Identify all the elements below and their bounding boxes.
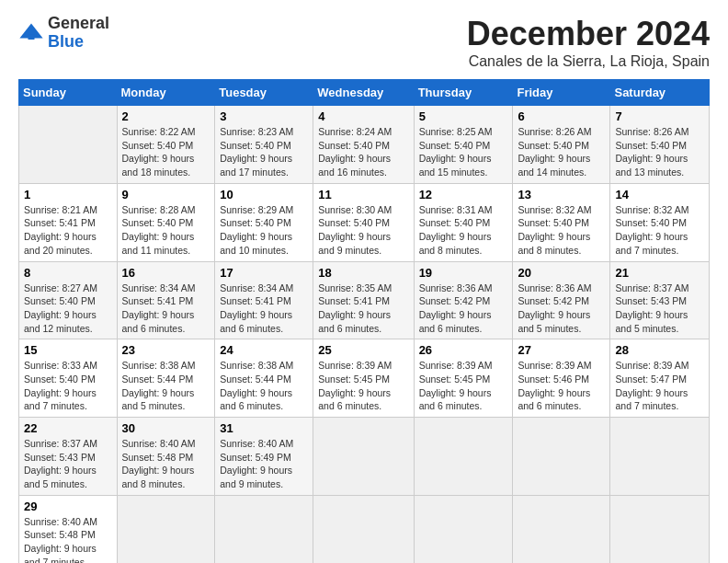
table-row: 29 Sunrise: 8:40 AM Sunset: 5:48 PM Dayl… — [19, 495, 710, 563]
table-cell — [19, 106, 118, 184]
day-number: 3 — [220, 109, 308, 123]
table-cell — [610, 418, 710, 496]
day-info: Sunrise: 8:39 AM Sunset: 5:45 PM Dayligh… — [318, 359, 408, 413]
table-cell: 10 Sunrise: 8:29 AM Sunset: 5:40 PM Dayl… — [215, 183, 313, 261]
day-info: Sunrise: 8:37 AM Sunset: 5:43 PM Dayligh… — [24, 437, 112, 491]
table-cell: 9 Sunrise: 8:28 AM Sunset: 5:40 PM Dayli… — [117, 183, 215, 261]
table-cell: 18 Sunrise: 8:35 AM Sunset: 5:41 PM Dayl… — [313, 261, 414, 339]
col-tuesday: Tuesday — [215, 80, 313, 106]
day-number: 23 — [122, 343, 210, 357]
table-row: 15 Sunrise: 8:33 AM Sunset: 5:40 PM Dayl… — [19, 339, 710, 418]
day-info: Sunrise: 8:32 AM Sunset: 5:40 PM Dayligh… — [518, 203, 605, 258]
table-cell: 4 Sunrise: 8:24 AM Sunset: 5:40 PM Dayli… — [313, 106, 414, 184]
col-saturday: Saturday — [610, 80, 710, 106]
table-cell: 14 Sunrise: 8:32 AM Sunset: 5:40 PM Dayl… — [610, 183, 710, 261]
table-cell — [313, 495, 414, 563]
day-info: Sunrise: 8:34 AM Sunset: 5:41 PM Dayligh… — [122, 282, 210, 336]
logo-icon — [18, 20, 44, 46]
header: General Blue December 2024 Canales de la… — [18, 15, 710, 70]
svg-rect-1 — [28, 34, 35, 40]
day-number: 29 — [24, 500, 112, 513]
col-monday: Monday — [117, 80, 215, 106]
table-row: 8 Sunrise: 8:27 AM Sunset: 5:40 PM Dayli… — [19, 261, 710, 339]
table-cell: 12 Sunrise: 8:31 AM Sunset: 5:40 PM Dayl… — [414, 183, 513, 261]
table-cell: 17 Sunrise: 8:34 AM Sunset: 5:41 PM Dayl… — [215, 261, 313, 339]
day-number: 26 — [419, 343, 508, 357]
table-row: 2 Sunrise: 8:22 AM Sunset: 5:40 PM Dayli… — [19, 106, 710, 184]
day-number: 20 — [518, 266, 605, 280]
table-row: 1 Sunrise: 8:21 AM Sunset: 5:41 PM Dayli… — [19, 183, 710, 261]
day-number: 27 — [518, 343, 605, 357]
day-info: Sunrise: 8:40 AM Sunset: 5:48 PM Dayligh… — [24, 515, 112, 563]
table-cell: 19 Sunrise: 8:36 AM Sunset: 5:42 PM Dayl… — [414, 261, 513, 339]
day-info: Sunrise: 8:21 AM Sunset: 5:41 PM Dayligh… — [24, 203, 112, 258]
table-cell — [117, 495, 215, 563]
table-row: 22 Sunrise: 8:37 AM Sunset: 5:43 PM Dayl… — [19, 418, 710, 496]
day-info: Sunrise: 8:26 AM Sunset: 5:40 PM Dayligh… — [518, 125, 605, 179]
day-number: 21 — [615, 266, 704, 280]
table-cell: 16 Sunrise: 8:34 AM Sunset: 5:41 PM Dayl… — [117, 261, 215, 339]
table-cell: 31 Sunrise: 8:40 AM Sunset: 5:49 PM Dayl… — [215, 418, 313, 496]
table-cell: 30 Sunrise: 8:40 AM Sunset: 5:48 PM Dayl… — [117, 418, 215, 496]
table-cell: 5 Sunrise: 8:25 AM Sunset: 5:40 PM Dayli… — [414, 106, 513, 184]
day-number: 28 — [615, 343, 704, 357]
col-wednesday: Wednesday — [313, 80, 414, 106]
calendar-subtitle: Canales de la Sierra, La Rioja, Spain — [467, 53, 710, 70]
day-info: Sunrise: 8:40 AM Sunset: 5:48 PM Dayligh… — [122, 437, 210, 491]
table-cell — [513, 418, 610, 496]
day-info: Sunrise: 8:28 AM Sunset: 5:40 PM Dayligh… — [122, 203, 210, 258]
day-info: Sunrise: 8:36 AM Sunset: 5:42 PM Dayligh… — [518, 282, 605, 336]
day-number: 5 — [419, 109, 508, 123]
logo: General Blue — [18, 15, 109, 52]
table-cell: 22 Sunrise: 8:37 AM Sunset: 5:43 PM Dayl… — [19, 418, 118, 496]
day-number: 10 — [220, 188, 308, 201]
calendar-table: Sunday Monday Tuesday Wednesday Thursday… — [18, 79, 710, 563]
day-number: 19 — [419, 266, 508, 280]
day-info: Sunrise: 8:31 AM Sunset: 5:40 PM Dayligh… — [419, 203, 508, 258]
table-cell: 23 Sunrise: 8:38 AM Sunset: 5:44 PM Dayl… — [117, 339, 215, 418]
table-cell: 24 Sunrise: 8:38 AM Sunset: 5:44 PM Dayl… — [215, 339, 313, 418]
day-number: 17 — [220, 266, 308, 280]
day-number: 18 — [318, 266, 408, 280]
logo-blue: Blue — [48, 32, 84, 51]
day-number: 15 — [24, 343, 112, 357]
table-cell: 11 Sunrise: 8:30 AM Sunset: 5:40 PM Dayl… — [313, 183, 414, 261]
day-info: Sunrise: 8:40 AM Sunset: 5:49 PM Dayligh… — [220, 437, 308, 491]
table-cell: 26 Sunrise: 8:39 AM Sunset: 5:45 PM Dayl… — [414, 339, 513, 418]
day-number: 9 — [122, 188, 210, 201]
day-info: Sunrise: 8:22 AM Sunset: 5:40 PM Dayligh… — [122, 125, 210, 179]
day-number: 14 — [615, 188, 704, 201]
table-cell — [313, 418, 414, 496]
table-cell — [414, 418, 513, 496]
day-info: Sunrise: 8:36 AM Sunset: 5:42 PM Dayligh… — [419, 282, 508, 336]
day-number: 12 — [419, 188, 508, 201]
table-cell: 20 Sunrise: 8:36 AM Sunset: 5:42 PM Dayl… — [513, 261, 610, 339]
table-cell — [215, 495, 313, 563]
day-info: Sunrise: 8:23 AM Sunset: 5:40 PM Dayligh… — [220, 125, 308, 179]
day-info: Sunrise: 8:39 AM Sunset: 5:45 PM Dayligh… — [419, 359, 508, 413]
day-info: Sunrise: 8:32 AM Sunset: 5:40 PM Dayligh… — [615, 203, 704, 258]
title-area: December 2024 Canales de la Sierra, La R… — [467, 15, 710, 70]
table-cell: 29 Sunrise: 8:40 AM Sunset: 5:48 PM Dayl… — [19, 495, 118, 563]
day-number: 1 — [24, 188, 112, 201]
day-number: 4 — [318, 109, 408, 123]
col-thursday: Thursday — [414, 80, 513, 106]
table-cell: 1 Sunrise: 8:21 AM Sunset: 5:41 PM Dayli… — [19, 183, 118, 261]
table-cell: 15 Sunrise: 8:33 AM Sunset: 5:40 PM Dayl… — [19, 339, 118, 418]
day-info: Sunrise: 8:33 AM Sunset: 5:40 PM Dayligh… — [24, 359, 112, 413]
day-number: 11 — [318, 188, 408, 201]
day-info: Sunrise: 8:38 AM Sunset: 5:44 PM Dayligh… — [220, 359, 308, 413]
day-info: Sunrise: 8:26 AM Sunset: 5:40 PM Dayligh… — [615, 125, 704, 179]
day-number: 2 — [122, 109, 210, 123]
col-friday: Friday — [513, 80, 610, 106]
day-info: Sunrise: 8:34 AM Sunset: 5:41 PM Dayligh… — [220, 282, 308, 336]
table-cell: 13 Sunrise: 8:32 AM Sunset: 5:40 PM Dayl… — [513, 183, 610, 261]
day-info: Sunrise: 8:39 AM Sunset: 5:47 PM Dayligh… — [615, 359, 704, 413]
day-number: 25 — [318, 343, 408, 357]
table-cell — [610, 495, 710, 563]
table-cell: 3 Sunrise: 8:23 AM Sunset: 5:40 PM Dayli… — [215, 106, 313, 184]
day-number: 13 — [518, 188, 605, 201]
table-cell: 2 Sunrise: 8:22 AM Sunset: 5:40 PM Dayli… — [117, 106, 215, 184]
day-info: Sunrise: 8:29 AM Sunset: 5:40 PM Dayligh… — [220, 203, 308, 258]
table-cell: 8 Sunrise: 8:27 AM Sunset: 5:40 PM Dayli… — [19, 261, 118, 339]
